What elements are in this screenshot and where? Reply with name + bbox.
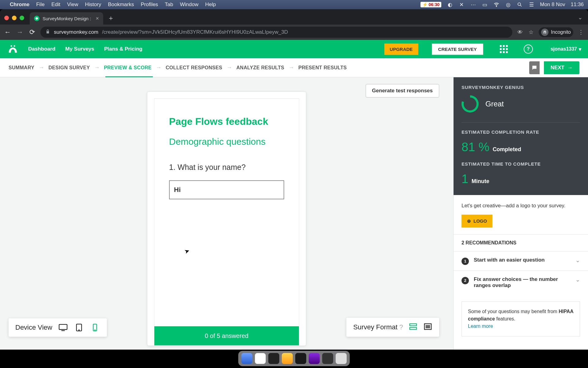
genius-tip: Let's get creative—add a logo to your su… bbox=[454, 195, 588, 234]
menubar-app[interactable]: Chrome bbox=[10, 2, 29, 8]
apps-grid-icon[interactable] bbox=[500, 45, 508, 53]
step-collect[interactable]: COLLECT RESPONSES bbox=[166, 65, 222, 71]
add-logo-button[interactable]: ⊕ LOGO bbox=[462, 215, 492, 228]
generate-test-responses-button[interactable]: Generate test responses bbox=[366, 84, 439, 98]
bookmark-star-icon[interactable]: ☆ bbox=[528, 29, 534, 36]
wifi-icon[interactable] bbox=[493, 2, 499, 8]
step-sep-icon: → bbox=[288, 64, 294, 71]
chrome-menu-icon[interactable]: ⋮ bbox=[578, 29, 584, 36]
preview-device-frame: Page Flows feedback Demographic question… bbox=[147, 91, 306, 346]
one-question-format-icon[interactable] bbox=[409, 323, 418, 332]
dock-app-terminal[interactable] bbox=[268, 353, 279, 364]
url-host: surveymonkey.com bbox=[54, 29, 98, 35]
next-label: NEXT bbox=[551, 65, 564, 71]
tip-text: Let's get creative—add a logo to your su… bbox=[462, 202, 580, 210]
create-survey-button[interactable]: CREATE SURVEY bbox=[432, 44, 483, 55]
incognito-badge[interactable]: Incognito bbox=[539, 27, 573, 37]
page-viewport: Dashboard My Surveys Plans & Pricing UPG… bbox=[0, 40, 588, 350]
browser-tab[interactable]: SurveyMonkey Design : × bbox=[30, 12, 103, 25]
eye-off-icon[interactable]: 👁 bbox=[517, 29, 523, 36]
tab-overflow-icon[interactable]: ⌄ bbox=[578, 14, 582, 21]
dock-app-notes[interactable] bbox=[282, 353, 293, 364]
user-menu[interactable]: sjonas1337 ▾ bbox=[551, 46, 581, 52]
menubar-time[interactable]: 11:36 bbox=[571, 2, 584, 8]
menu-window[interactable]: Window bbox=[180, 2, 198, 8]
menu-history[interactable]: History bbox=[85, 2, 101, 8]
step-analyze[interactable]: ANALYZE RESULTS bbox=[236, 65, 285, 71]
menu-bookmarks[interactable]: Bookmarks bbox=[108, 2, 134, 8]
completion-rate-value: 81 % bbox=[462, 140, 489, 154]
phone-device-icon[interactable] bbox=[90, 323, 100, 332]
close-window-button[interactable] bbox=[4, 16, 9, 20]
desktop-device-icon[interactable] bbox=[58, 323, 68, 332]
back-button[interactable]: ← bbox=[4, 28, 12, 36]
dock-app-chrome[interactable] bbox=[255, 353, 266, 364]
macos-menubar: Chrome File Edit View History Bookmarks … bbox=[0, 0, 588, 9]
next-button[interactable]: NEXT → bbox=[544, 61, 579, 74]
hipaa-learn-more-link[interactable]: Learn more bbox=[468, 324, 493, 329]
answer-input[interactable] bbox=[169, 180, 284, 199]
menubar-date[interactable]: Mon 8 Nov bbox=[540, 2, 565, 8]
dock-app-generic3[interactable] bbox=[322, 353, 333, 364]
zoom-window-button[interactable] bbox=[20, 16, 24, 20]
nav-plans[interactable]: Plans & Pricing bbox=[104, 46, 142, 52]
genius-header: SURVEYMONKEY GENIUS bbox=[462, 85, 580, 90]
surveymonkey-logo-icon[interactable] bbox=[7, 43, 19, 55]
svg-rect-11 bbox=[410, 324, 417, 326]
status-icon-1[interactable]: ◐ bbox=[447, 2, 453, 8]
dock-app-trash[interactable] bbox=[336, 353, 347, 364]
step-present[interactable]: PRESENT RESULTS bbox=[298, 65, 347, 71]
menu-file[interactable]: File bbox=[36, 2, 44, 8]
minimize-window-button[interactable] bbox=[12, 16, 17, 20]
help-icon[interactable]: ? bbox=[524, 44, 533, 54]
new-tab-button[interactable]: ＋ bbox=[106, 13, 116, 23]
step-sep-icon: → bbox=[156, 64, 161, 71]
omnibox[interactable]: surveymonkey.com/create/preview/?sm=JVk5… bbox=[40, 27, 512, 38]
battery-indicator[interactable]: ⚡06:30 bbox=[420, 2, 441, 7]
status-icon-2[interactable]: ✕ bbox=[458, 2, 465, 8]
tab-close-icon[interactable]: × bbox=[96, 15, 99, 22]
step-preview[interactable]: PREVIEW & SCORE bbox=[104, 65, 152, 71]
user-name: sjonas1337 bbox=[551, 46, 577, 52]
forward-button[interactable]: → bbox=[16, 28, 24, 36]
comments-button[interactable] bbox=[529, 61, 540, 74]
menu-edit[interactable]: Edit bbox=[51, 2, 60, 8]
time-to-complete-label: ESTIMATED TIME TO COMPLETE bbox=[462, 161, 580, 167]
dock-app-generic1[interactable] bbox=[295, 353, 306, 364]
menu-profiles[interactable]: Profiles bbox=[141, 2, 158, 8]
tablet-device-icon[interactable] bbox=[74, 323, 84, 332]
status-icon-4[interactable]: ▭ bbox=[482, 2, 488, 8]
menu-view[interactable]: View bbox=[67, 2, 78, 8]
control-center-icon[interactable]: ☰ bbox=[528, 2, 534, 8]
svg-point-3 bbox=[545, 32, 546, 33]
menu-help[interactable]: Help bbox=[205, 2, 216, 8]
site-header: Dashboard My Surveys Plans & Pricing UPG… bbox=[0, 40, 588, 58]
upgrade-button[interactable]: UPGRADE bbox=[384, 44, 418, 55]
menu-tab[interactable]: Tab bbox=[165, 2, 173, 8]
recommendation-item[interactable]: 1 Start with an easier question ⌄ bbox=[454, 251, 588, 270]
progress-bar: 0 of 5 answered bbox=[154, 326, 299, 345]
spotlight-icon[interactable] bbox=[517, 2, 523, 8]
status-icon-5[interactable]: ◎ bbox=[505, 2, 511, 8]
svg-point-8 bbox=[79, 330, 79, 330]
question-label: 1. What is your name? bbox=[169, 163, 284, 172]
time-to-complete-unit: Minute bbox=[472, 178, 489, 184]
reload-button[interactable]: ⟳ bbox=[28, 28, 36, 36]
step-summary[interactable]: SUMMARY bbox=[9, 65, 34, 71]
step-design[interactable]: DESIGN SURVEY bbox=[48, 65, 90, 71]
reco-number-badge: 2 bbox=[462, 277, 469, 284]
classic-format-icon[interactable] bbox=[423, 323, 432, 332]
site-nav: Dashboard My Surveys Plans & Pricing bbox=[28, 46, 151, 52]
dock-app-generic2[interactable] bbox=[309, 353, 320, 364]
help-hint-icon[interactable]: ? bbox=[399, 323, 403, 331]
nav-dashboard[interactable]: Dashboard bbox=[28, 46, 55, 52]
score-ring-icon bbox=[462, 95, 479, 113]
nav-my-surveys[interactable]: My Surveys bbox=[65, 46, 94, 52]
window-controls bbox=[4, 16, 24, 20]
dock-app-finder[interactable] bbox=[241, 353, 252, 364]
recommendation-item[interactable]: 2 Fix answer choices — the number ranges… bbox=[454, 270, 588, 294]
incognito-label: Incognito bbox=[551, 29, 571, 35]
svg-point-1 bbox=[518, 3, 521, 6]
status-icon-3[interactable]: ⋯ bbox=[470, 2, 476, 8]
svg-point-2 bbox=[543, 32, 545, 33]
